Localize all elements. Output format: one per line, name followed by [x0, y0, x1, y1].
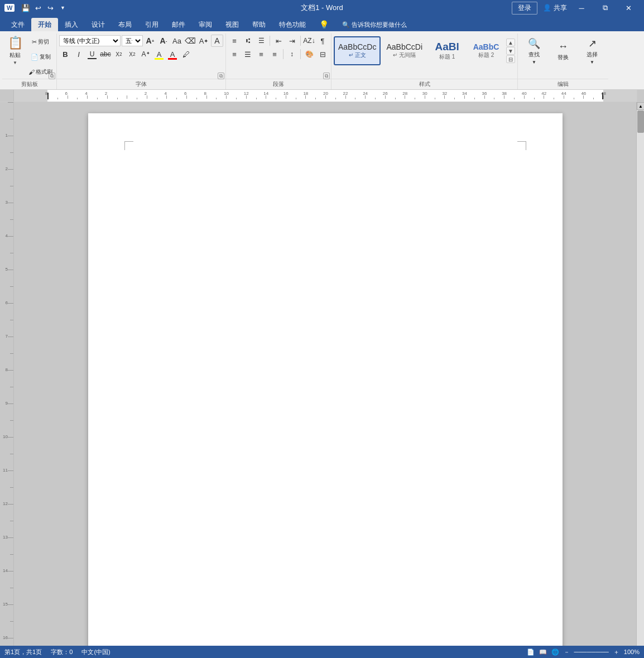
document-area[interactable] — [14, 102, 636, 658]
page-corner-tr — [517, 141, 526, 150]
scroll-track[interactable] — [637, 110, 644, 658]
line-spacing-btn[interactable]: ↕ — [286, 48, 298, 60]
grow-font-btn[interactable]: A+ — [144, 35, 156, 47]
tab-references[interactable]: 引用 — [138, 18, 165, 31]
decrease-indent-btn[interactable]: ⇤ — [272, 35, 285, 47]
word-logo-icon: W — [4, 4, 15, 12]
style-heading1[interactable]: AaBl 标题 1 — [428, 36, 466, 65]
justify-btn[interactable]: ≡ — [268, 48, 281, 60]
zoom-slider[interactable]: ──────── — [574, 649, 609, 655]
italic-btn[interactable]: I — [73, 48, 85, 60]
paste-button[interactable]: 📋 粘贴 ▼ — [4, 35, 26, 66]
share-icon: 👤 — [543, 4, 551, 12]
paste-dropdown-icon[interactable]: ▼ — [13, 60, 17, 65]
select-button[interactable]: ↗ 选择 ▼ — [578, 36, 606, 65]
restore-button[interactable]: ⧉ — [594, 0, 616, 16]
font-A-outline-btn[interactable]: A — [211, 35, 223, 47]
vertical-scrollbar[interactable]: ▲ ▼ — [636, 102, 644, 658]
tab-mail[interactable]: 邮件 — [165, 18, 192, 31]
styles-scroll-down[interactable]: ▼ — [506, 47, 515, 55]
align-right-btn[interactable]: ≡ — [255, 48, 267, 60]
tab-special[interactable]: 特色功能 — [272, 18, 313, 31]
cut-button[interactable]: ✂ 剪切 — [27, 35, 54, 49]
increase-indent-btn[interactable]: ⇥ — [286, 35, 298, 47]
save-quick-btn[interactable]: 💾 — [20, 2, 31, 13]
find-icon: 🔍 — [528, 37, 540, 50]
sort-btn[interactable]: AZ↓ — [303, 35, 315, 47]
shading-icon: 🖊 — [182, 50, 190, 59]
select-dropdown[interactable]: ▼ — [590, 60, 594, 65]
tab-file[interactable]: 文件 — [4, 18, 31, 31]
change-case-btn[interactable]: Aa — [171, 35, 183, 47]
word-count: 字数：0 — [51, 648, 73, 656]
multilevel-btn[interactable]: ☰ — [255, 35, 267, 47]
shrink-font-btn[interactable]: A- — [157, 35, 170, 47]
clear-format-btn[interactable]: ⌫ — [184, 35, 196, 47]
subscript-btn[interactable]: X2 — [113, 48, 125, 60]
strikethrough-btn[interactable]: abc — [99, 48, 112, 60]
show-marks-btn[interactable]: ¶ — [316, 35, 329, 47]
tab-home[interactable]: 开始 — [31, 18, 58, 31]
view-print-icon[interactable]: 📄 — [527, 649, 535, 656]
document-page[interactable] — [88, 113, 563, 658]
view-read-icon[interactable]: 📖 — [539, 649, 547, 656]
find-label: 查找 — [528, 51, 540, 59]
window-title: 文档1 - Word — [301, 3, 343, 13]
style-heading2[interactable]: AaBbC 标题 2 — [467, 36, 505, 65]
tab-help[interactable]: 帮助 — [246, 18, 272, 31]
tab-insert[interactable]: 插入 — [58, 18, 85, 31]
shading-para-btn[interactable]: 🎨 — [303, 48, 315, 60]
editing-group: 🔍 查找 ▼ ↔ 替换 ↗ 选择 ▼ 编辑 — [518, 33, 608, 89]
font-name-select[interactable]: 等线 (中文正) — [59, 35, 121, 46]
title-right-area: 登录 👤 共享 ─ ⧉ ✕ — [512, 0, 640, 16]
zoom-in-btn[interactable]: ＋ — [613, 648, 619, 656]
underline-btn[interactable]: U — [86, 48, 98, 60]
superscript-btn[interactable]: X2 — [126, 48, 138, 60]
undo-quick-btn[interactable]: ↩ — [32, 2, 44, 13]
align-left-btn[interactable]: ≡ — [228, 48, 241, 60]
style-no-spacing[interactable]: AaBbCcDi ↵ 无间隔 — [382, 36, 427, 65]
copy-button[interactable]: 📄 复制 — [27, 50, 54, 64]
main-area: 1234567891011121314151617 ▲ ▼ — [0, 102, 644, 658]
redo-quick-btn[interactable]: ↪ — [45, 2, 56, 13]
close-button[interactable]: ✕ — [617, 0, 640, 16]
share-button[interactable]: 👤 共享 — [543, 3, 567, 13]
highlight-A: A — [157, 50, 162, 59]
bold-btn[interactable]: B — [59, 48, 71, 60]
ruler-right-margin-handle[interactable] — [602, 93, 603, 99]
tab-review[interactable]: 审阅 — [192, 18, 219, 31]
tab-view[interactable]: 视图 — [219, 18, 246, 31]
clipboard-expand-btn[interactable]: ⧉ — [49, 73, 55, 79]
tab-lamp[interactable]: 💡 — [313, 18, 335, 31]
highlight-btn[interactable]: A — [153, 48, 165, 60]
customize-quick-btn[interactable]: ▼ — [57, 2, 68, 13]
font-shading-btn[interactable]: 🖊 — [180, 48, 192, 60]
login-button[interactable]: 登录 — [512, 2, 537, 15]
borders-btn[interactable]: ⊟ — [316, 48, 329, 60]
style-normal[interactable]: AaBbCcDc ↵ 正文 — [334, 36, 381, 65]
tab-layout[interactable]: 布局 — [112, 18, 138, 31]
ruler-left-margin-handle[interactable] — [47, 93, 49, 99]
page-content-area[interactable] — [138, 158, 512, 658]
view-web-icon[interactable]: 🌐 — [551, 649, 559, 656]
font-size-select[interactable]: 五号 — [122, 35, 143, 46]
scroll-up-btn[interactable]: ▲ — [637, 102, 644, 110]
align-center-btn[interactable]: ☰ — [242, 48, 254, 60]
zoom-out-btn[interactable]: － — [564, 648, 570, 656]
replace-button[interactable]: ↔ 替换 — [549, 36, 577, 65]
numbering-btn[interactable]: ⑆ — [242, 35, 254, 47]
bullets-btn[interactable]: ≡ — [228, 35, 241, 47]
styles-scroll-more[interactable]: ⊟ — [506, 55, 515, 63]
styles-scroll-up[interactable]: ▲ — [506, 39, 515, 46]
text-effect-btn[interactable]: A✦ — [140, 48, 152, 60]
tab-design[interactable]: 设计 — [85, 18, 112, 31]
font-color-btn[interactable]: A — [166, 48, 179, 60]
paragraph-expand-btn[interactable]: ⧉ — [323, 73, 330, 79]
find-button[interactable]: 🔍 查找 ▼ — [520, 36, 548, 65]
find-dropdown[interactable]: ▼ — [532, 60, 536, 65]
font-color-wand-btn[interactable]: A ✦ — [198, 35, 210, 47]
font-expand-btn[interactable]: ⧉ — [218, 73, 224, 79]
minimize-button[interactable]: ─ — [570, 0, 593, 16]
scroll-thumb[interactable] — [637, 111, 644, 133]
tab-search[interactable]: 🔍 告诉我你想要做什么 — [335, 18, 414, 31]
